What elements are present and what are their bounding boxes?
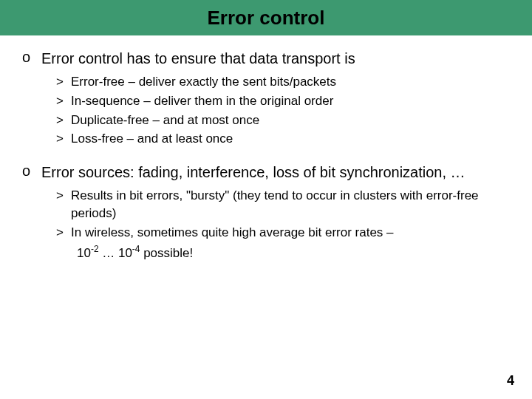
sub-bullet-item: > In-sequence – deliver them in the orig…	[56, 92, 510, 110]
sub-bullet-text: In wireless, sometimes quite high averag…	[71, 224, 510, 242]
bullet-main: o Error control has to ensure that data …	[22, 49, 510, 69]
sub-bullet-item: > In wireless, sometimes quite high aver…	[56, 224, 510, 242]
sub-bullet-item: > Duplicate-free – and at most once	[56, 112, 510, 129]
bullet-marker-sub: >	[56, 224, 71, 242]
sub-bullet-item: > Results in bit errors, "bursty" (they …	[56, 187, 510, 222]
sub-bullet-text: In-sequence – deliver them in the origin…	[71, 92, 510, 110]
sub-bullet-continuation: 10-2 … 10-4 possible!	[77, 243, 510, 262]
sub-bullet-text: Results in bit errors, "bursty" (they te…	[71, 187, 510, 222]
sub-bullet-item: > Error-free – deliver exactly the sent …	[56, 73, 510, 91]
sub-list: > Results in bit errors, "bursty" (they …	[56, 187, 510, 262]
bullet-marker-sub: >	[56, 73, 71, 91]
title-bar: Error control	[0, 0, 532, 35]
bullet-text: Error sources: fading, interference, los…	[41, 163, 466, 183]
sub-bullet-text: Error-free – deliver exactly the sent bi…	[71, 73, 510, 91]
bullet-marker-main: o	[22, 163, 41, 183]
page-number: 4	[507, 373, 514, 389]
bullet-marker-sub: >	[56, 130, 71, 148]
bullet-text: Error control has to ensure that data tr…	[41, 49, 355, 69]
bullet-main: o Error sources: fading, interference, l…	[22, 163, 510, 183]
sub-bullet-text: Duplicate-free – and at most once	[71, 112, 510, 129]
sub-list: > Error-free – deliver exactly the sent …	[56, 73, 510, 148]
bullet-marker-main: o	[22, 49, 41, 69]
sub-bullet-text: Loss-free – and at least once	[71, 130, 510, 148]
sub-bullet-item: > Loss-free – and at least once	[56, 130, 510, 148]
slide-title: Error control	[208, 7, 325, 30]
slide-content: o Error control has to ensure that data …	[0, 35, 532, 262]
bullet-marker-sub: >	[56, 112, 71, 129]
bullet-marker-sub: >	[56, 187, 71, 222]
bullet-marker-sub: >	[56, 92, 71, 110]
